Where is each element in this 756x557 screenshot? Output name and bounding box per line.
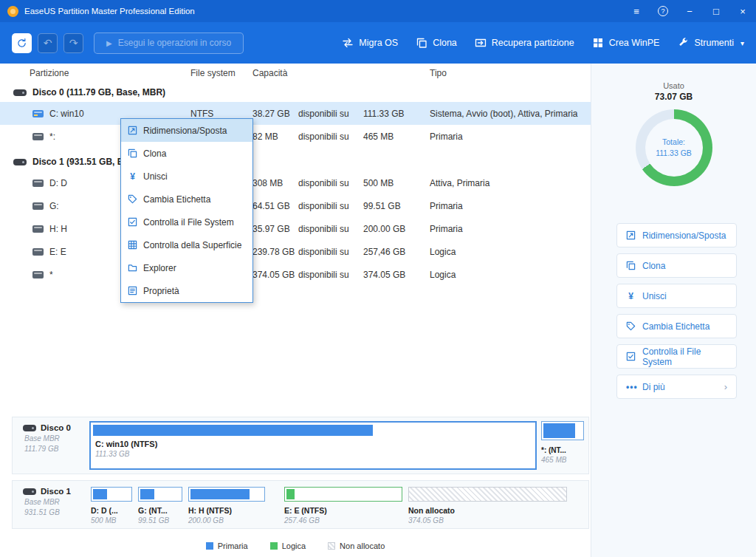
window-title: EaseUS Partition Master Professional Edi… [24,7,195,16]
header-filesystem: File system [190,68,252,78]
disk-group-row-1[interactable]: Disco 1 (931.51 GB, Base, MBR) [0,152,591,171]
usage-donut-chart: Totale: 111.33 GB [636,109,712,186]
sidebar-merge-button[interactable]: ¥ Unisci [616,284,737,308]
table-row-star1[interactable]: * 374.05 GB disponibili su 374.05 GB Log… [0,263,591,286]
play-icon: ▶ [106,39,112,47]
row-free: 38.27 GB [252,109,298,119]
sidebar-resize-move-button[interactable]: Ridimensiona/Sposta [616,223,737,247]
recover-partition-button[interactable]: Recupera partizione [475,37,574,49]
menu-item-clone[interactable]: Clona [121,142,252,165]
table-row-c[interactable]: C: win10 NTFS 38.27 GB disponibili su 11… [0,102,591,125]
tag-icon [128,194,137,204]
used-label: Usato [591,81,756,90]
disk1-partition-g-bar[interactable]: G: (NT... 99.51 GB [138,487,182,528]
unallocated-hatch [408,487,567,502]
disk-group-label: Disco 0 (111.79 GB, Base, MBR) [32,87,165,98]
disk1-partition-e-bar[interactable]: E: E (NTFS) 257.46 GB [284,487,402,528]
tools-icon [677,37,689,49]
menu-item-properties[interactable]: Proprietà [121,279,252,302]
used-space-fill [93,425,373,436]
sidebar: Usato 73.07 GB Totale: 111.33 GB Ridimen… [591,64,756,557]
chevron-down-icon: ▾ [740,39,744,47]
check-filesystem-icon [128,217,137,227]
titlebar: EaseUS Partition Master Professional Edi… [0,0,756,22]
table-header: Partizione File system Capacità Tipo [0,64,591,83]
main-panel: Partizione File system Capacità Tipo Dis… [0,64,591,557]
partition-icon [32,133,44,140]
execute-operation-button[interactable]: ▶ Esegui le operazioni in corso [94,33,244,54]
partition-icon [32,180,44,187]
table-row-h[interactable]: H: H 35.97 GB disponibili su 200.00 GB P… [0,217,591,240]
donut-total-label: Totale: [656,137,692,148]
disk-group-row-0[interactable]: Disco 0 (111.79 GB, Base, MBR) [0,83,591,102]
menu-icon[interactable]: ≡ [623,0,650,22]
clone-icon [416,37,427,49]
row-filesystem: NTFS [190,109,252,119]
properties-icon [128,286,137,295]
close-icon[interactable]: × [729,0,756,22]
chevron-right-icon: › [724,381,727,392]
table-row-star0[interactable]: *: 82 MB disponibili su 465 MB Primaria [0,125,591,148]
disk1-unallocated-bar[interactable]: Non allocato 374.05 GB [408,487,567,528]
menu-item-resize-move[interactable]: Ridimensiona/Sposta [121,119,252,142]
refresh-button[interactable] [12,33,32,53]
donut-total-value: 111.33 GB [656,148,692,159]
disk0-partition-star-bar[interactable]: *: (NT... 465 MB [541,421,584,470]
used-value: 73.07 GB [591,92,756,102]
table-row-e[interactable]: E: E 239.78 GB disponibili su 257,46 GB … [0,240,591,263]
help-icon[interactable]: ? [650,0,676,22]
menu-item-surface-test[interactable]: Controlla della Superficie [121,233,252,256]
menu-item-check-filesystem[interactable]: Controlla il File System [121,211,252,233]
clone-button[interactable]: Clona [416,37,457,49]
legend: Primaria Logica Non allocato [0,541,591,550]
row-total: 111.33 GB [363,109,430,119]
partition-name: C: win10 [49,109,84,119]
menu-item-merge[interactable]: ¥ Unisci [121,165,252,188]
toolbar: ↶ ↷ ▶ Esegui le operazioni in corso Migr… [0,22,756,64]
maximize-icon[interactable]: □ [703,0,729,22]
sidebar-check-filesystem-button[interactable]: Controlla il File System [616,344,737,369]
tag-icon [626,321,636,331]
header-partition: Partizione [0,68,190,78]
menu-item-explorer[interactable]: Explorer [121,256,252,279]
partition-icon [32,110,44,117]
partition-icon [32,225,44,233]
table-row-g[interactable]: G: 64.51 GB disponibili su 99.51 GB Prim… [0,194,591,217]
partition-icon [32,248,44,256]
disk1-partition-h-bar[interactable]: H: H (NTFS) 200.00 GB [188,487,265,528]
sidebar-clone-button[interactable]: Clona [616,253,737,278]
migrate-os-icon [342,37,354,49]
disk1-partition-d-bar[interactable]: D: D (... 500 MB [91,487,132,528]
header-type: Tipo [430,68,591,78]
app-logo-icon [7,6,18,17]
menu-item-change-label[interactable]: Cambia Etichetta [121,188,252,211]
resize-icon [626,230,636,240]
merge-icon: ¥ [626,291,636,301]
table-row-d[interactable]: D: D 308 MB disponibili su 500 MB Attiva… [0,171,591,194]
sidebar-more-button[interactable]: ••• Di più › [616,375,737,399]
primary-swatch [206,542,213,550]
toolbar-actions: Migra OS Clona Recupera partizione Crea … [342,37,744,49]
minimize-icon[interactable]: − [676,0,703,22]
merge-icon: ¥ [128,171,137,182]
logical-swatch [270,542,278,550]
context-menu: Ridimensiona/Sposta Clona ¥ Unisci Cambi… [120,118,253,303]
explorer-folder-icon [128,263,137,273]
tools-button[interactable]: Strumenti ▾ [677,37,744,49]
diskmap-disk0: Disco 0 Base MBR 111.79 GB C: win10 (NTF… [12,417,589,474]
resize-icon [128,126,137,135]
disk0-info: Disco 0 Base MBR 111.79 GB [13,417,85,474]
diskmap-disk1: Disco 1 Base MBR 931.51 GB D: D (... 500… [12,480,589,529]
row-capacity-sep: disponibili su [298,109,363,119]
create-winpe-button[interactable]: Crea WinPE [592,37,660,49]
sidebar-change-label-button[interactable]: Cambia Etichetta [616,314,737,338]
window-controls: ≡ ? − □ × [623,0,756,22]
surface-test-icon [128,240,137,250]
refresh-icon [16,38,27,49]
disk-icon [23,425,36,431]
disk0-partition-c-bar[interactable]: C: win10 (NTFS) 111.33 GB [89,421,537,470]
redo-button[interactable]: ↷ [63,33,83,53]
undo-button[interactable]: ↶ [38,33,58,53]
disk1-info: Disco 1 Base MBR 931.51 GB [13,481,85,528]
migrate-os-button[interactable]: Migra OS [342,37,398,49]
